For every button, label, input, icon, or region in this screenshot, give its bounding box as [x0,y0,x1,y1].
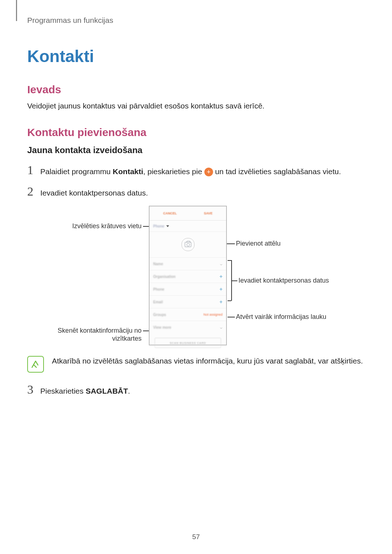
scan-business-card-button[interactable]: SCAN BUSINESS CARD [155,338,221,348]
add-icon: + [204,168,213,176]
step-2: 2 Ievadiet kontaktpersonas datus. [27,185,365,198]
phone-mockup: CANCEL SAVE Phone Name ⌵ Organisation + [149,206,227,345]
organisation-field[interactable]: Organisation + [150,270,226,283]
chevron-down-icon: ⌵ [220,325,222,330]
page-number: 57 [0,533,392,541]
callout-scan-line2: vizītkartes [47,335,142,342]
subsection-heading: Jauna kontakta izveidošana [27,145,365,155]
phone-topbar: CANCEL SAVE [150,206,226,221]
callout-details: Ievadiet kontaktpersonas datus [238,277,329,284]
breadcrumb: Programmas un funkcijas [27,16,365,25]
storage-selector[interactable]: Phone [150,221,226,231]
step-number: 2 [27,185,40,198]
page-title: Kontakti [27,46,365,66]
document-page: Programmas un funkcijas Kontakti Ievads … [0,0,392,554]
step-number: 3 [27,383,40,397]
callout-photo: Pievienot attēlu [236,240,281,247]
add-icon[interactable]: + [220,299,222,305]
margin-bar [16,0,17,21]
step1-text-post: un tad izvēlieties saglabāšanas vietu. [213,167,341,176]
camera-icon [185,242,191,247]
step3-text-bold: SAGLABĀT [86,387,128,395]
step-1: 1 Palaidiet programmu Kontakti, pieskari… [27,163,365,177]
section-heading-add: Kontaktu pievienošana [27,126,365,139]
groups-field[interactable]: Groups Not assigned [150,308,226,321]
name-field[interactable]: Name ⌵ [150,258,226,270]
step3-text-post: . [128,387,130,395]
photo-area[interactable] [150,231,226,258]
view-more-row[interactable]: View more ⌵ [150,321,226,333]
callout-storage: Izvēlēties krātuves vietu [47,222,142,230]
step1-text-bold: Kontakti [113,167,143,176]
note-icon [27,356,44,373]
step3-text-pre: Pieskarieties [40,387,86,395]
phone-field[interactable]: Phone + [150,283,226,296]
step1-text-mid: , pieskarieties pie [143,167,204,176]
step-3: 3 Pieskarieties SAGLABĀT. [27,383,365,397]
chevron-down-icon [166,225,169,227]
chevron-down-icon: ⌵ [220,262,222,266]
callout-more: Atvērt vairāk informācijas lauku [236,313,326,321]
camera-button[interactable] [181,238,195,251]
step2-text: Ievadiet kontaktpersonas datus. [40,188,148,198]
email-field[interactable]: Email + [150,296,226,308]
save-button[interactable]: SAVE [204,212,213,215]
info-note: Atkarībā no izvēlētās saglabāšanas vieta… [27,355,365,373]
cancel-button[interactable]: CANCEL [163,212,177,215]
step1-text-pre: Palaidiet programmu [40,167,113,176]
add-icon[interactable]: + [220,274,222,279]
note-text: Atkarībā no izvēlētās saglabāšanas vieta… [52,355,363,366]
add-icon[interactable]: + [220,286,222,292]
groups-value: Not assigned [203,313,222,316]
storage-label: Phone [153,224,164,228]
intro-body: Veidojiet jaunus kontaktus vai pārvaldie… [27,101,365,111]
section-heading-intro: Ievads [27,83,365,96]
step-number: 1 [27,163,40,177]
callout-scan-line1: Skenēt kontaktinformāciju no [47,327,142,335]
figure-area: Izvēlēties krātuves vietu Skenēt kontakt… [47,206,345,347]
